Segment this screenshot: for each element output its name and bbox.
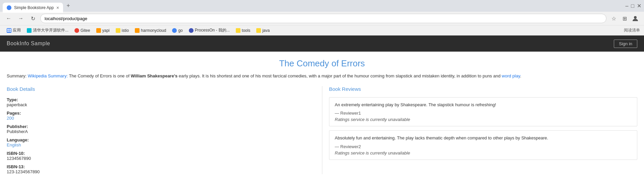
- wikipedia-link[interactable]: Wikipedia Summary:: [28, 73, 68, 78]
- bookmark-yapi-label: yapi: [102, 28, 110, 33]
- refresh-button[interactable]: ↻: [28, 14, 38, 23]
- bookmark-java[interactable]: java: [254, 27, 272, 34]
- toolbar-icons: ☆ ⊞: [609, 14, 640, 23]
- bookmark-go-label: go: [178, 28, 182, 33]
- language-value: English: [7, 142, 315, 147]
- bookmark-tools-label: tools: [242, 28, 250, 33]
- maximize-button[interactable]: □: [631, 3, 634, 9]
- review-item-1: An extremely entertaining play by Shakes…: [329, 97, 637, 127]
- tab-bar: Simple Bookstore App × + – □ ✕: [0, 0, 644, 12]
- svg-point-0: [634, 16, 637, 19]
- bookmark-tools[interactable]: tools: [233, 27, 253, 34]
- bookmarks-bar: 应用 清华大学开源软件... Gitee yapi istio harmonyc…: [0, 25, 644, 35]
- publisher-value: PublisherA: [7, 129, 315, 134]
- word-play-link[interactable]: word play: [502, 73, 520, 78]
- book-summary: Summary: Wikipedia Summary: The Comedy o…: [7, 73, 637, 79]
- tab-favicon: [7, 5, 11, 10]
- bookmark-go[interactable]: go: [169, 27, 185, 34]
- app-navbar: BookInfo Sample Sign in: [0, 36, 644, 52]
- bookmark-yapi[interactable]: yapi: [94, 27, 112, 34]
- bookmark-istio[interactable]: istio: [113, 27, 131, 34]
- publisher-label: Publisher:: [7, 124, 315, 129]
- book-details-column: Book Details Type: paperback Pages: 200 …: [7, 86, 322, 174]
- summary-text1: The Comedy of Errors is one of: [68, 73, 131, 78]
- bookmark-java-label: java: [262, 28, 270, 33]
- summary-label: Summary:: [7, 73, 28, 78]
- bookmark-istio-label: istio: [122, 28, 129, 33]
- language-label: Language:: [7, 137, 315, 142]
- address-bar-row: ← → ↻ ☆ ⊞: [0, 12, 644, 25]
- summary-end: .: [520, 73, 521, 78]
- bookmarks-right: 阅读清单: [624, 27, 640, 33]
- ratings-status-1: Ratings service is currently unavailable: [335, 117, 632, 122]
- isbn10-label: ISBN-10:: [7, 151, 315, 156]
- summary-text2: early plays. It is his shortest and one …: [177, 73, 502, 78]
- summary-bold: William Shakespeare's: [131, 73, 178, 78]
- type-value: paperback: [7, 102, 315, 107]
- isbn13-label: ISBN-13:: [7, 164, 315, 169]
- bookmark-qinghua[interactable]: 清华大学开源软件...: [24, 27, 71, 34]
- reading-list-label: 阅读清单: [624, 27, 640, 33]
- navbar-title: BookInfo Sample: [7, 41, 50, 47]
- account-icon[interactable]: [631, 14, 640, 23]
- close-button[interactable]: ✕: [637, 3, 641, 9]
- bookmark-processon-label: ProcessOn - 我的...: [195, 27, 230, 33]
- reviewer-name-1: — Reviewer1: [335, 111, 632, 116]
- tab-title: Simple Bookstore App: [14, 5, 54, 10]
- star-icon[interactable]: ☆: [609, 14, 619, 23]
- active-tab[interactable]: Simple Bookstore App ×: [3, 3, 63, 13]
- new-tab-button[interactable]: +: [64, 2, 72, 9]
- ratings-status-2: Ratings service is currently unavailable: [335, 150, 632, 156]
- forward-button[interactable]: →: [16, 14, 25, 23]
- bookmark-processon[interactable]: ProcessOn - 我的...: [186, 27, 232, 34]
- book-title: The Comedy of Errors: [7, 58, 637, 69]
- extensions-icon[interactable]: ⊞: [620, 14, 629, 23]
- address-input[interactable]: [40, 14, 606, 23]
- back-button[interactable]: ←: [4, 14, 13, 23]
- book-reviews-title: Book Reviews: [329, 86, 637, 92]
- two-column-layout: Book Details Type: paperback Pages: 200 …: [7, 86, 637, 174]
- review-item-2: Absolutely fun and entertaining. The pla…: [329, 130, 637, 160]
- bookmark-gitee-label: Gitee: [80, 28, 90, 33]
- pages-label: Pages:: [7, 111, 315, 116]
- review-text-2: Absolutely fun and entertaining. The pla…: [335, 135, 632, 141]
- main-content: The Comedy of Errors Summary: Wikipedia …: [0, 52, 644, 181]
- bookmark-harmonycloud[interactable]: harmonycloud: [132, 27, 169, 34]
- isbn13-value: 123-1234567890: [7, 169, 315, 174]
- book-details-title: Book Details: [7, 86, 315, 92]
- review-text-1: An extremely entertaining play by Shakes…: [335, 102, 632, 108]
- pages-value: 200: [7, 116, 315, 121]
- tab-close-icon[interactable]: ×: [56, 5, 59, 10]
- bookmark-harmonycloud-label: harmonycloud: [141, 28, 166, 33]
- minimize-button[interactable]: –: [625, 3, 628, 9]
- bookmark-apps[interactable]: 应用: [4, 27, 23, 34]
- isbn10-value: 1234567890: [7, 156, 315, 161]
- bookmark-apps-label: 应用: [13, 27, 21, 33]
- reviewer-name-2: — Reviewer2: [335, 144, 632, 149]
- window-controls: – □ ✕: [625, 3, 641, 9]
- bookmark-gitee[interactable]: Gitee: [72, 27, 93, 34]
- book-reviews-column: Book Reviews An extremely entertaining p…: [322, 86, 637, 174]
- type-label: Type:: [7, 97, 315, 102]
- signin-button[interactable]: Sign in: [614, 40, 637, 48]
- bookmark-qinghua-label: 清华大学开源软件...: [33, 27, 68, 33]
